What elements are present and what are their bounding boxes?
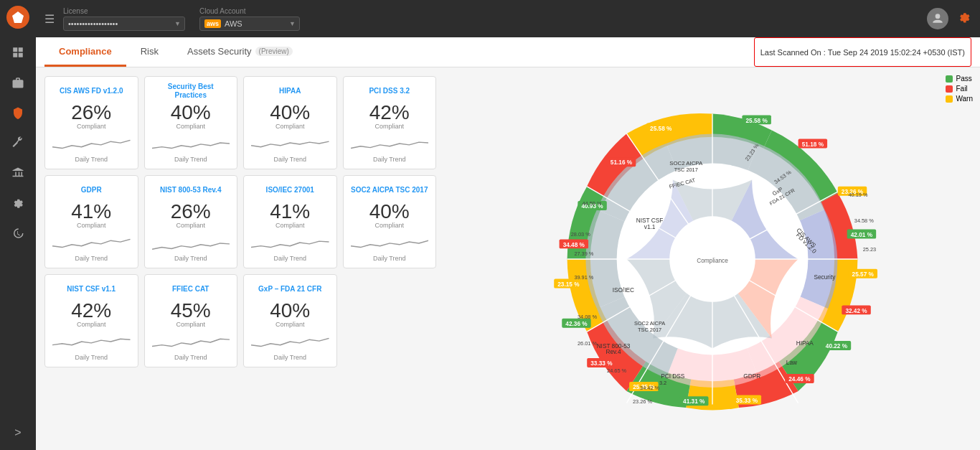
sidebar-item-briefcase[interactable] <box>4 69 32 96</box>
pct-text-10: 41.31 % <box>683 398 705 405</box>
card-security-best-title: Security Best Practices <box>152 83 230 100</box>
radial-bottom-3: 23.26 % <box>633 398 652 404</box>
last-scanned: Last Scanned On : Tue Sep 24 2019 15:02:… <box>754 37 971 67</box>
card-security-best-trend <box>152 133 230 154</box>
card-gxp-title: GxP – FDA 21 CFR <box>251 281 329 298</box>
label-soc2-outer2: TSC 2017 <box>674 166 698 172</box>
cloud-label: Cloud Account <box>199 7 300 15</box>
user-avatar[interactable] <box>927 8 948 29</box>
radial-left-1: 27.39 % <box>574 250 593 257</box>
card-ffiec-percent: 45% <box>152 301 230 321</box>
pct-text-8: 24.46 % <box>788 376 811 383</box>
radial-left-3: 34.08 % <box>578 313 597 319</box>
menu-icon[interactable]: ☰ <box>44 12 55 26</box>
aws-badge: aws <box>204 19 221 28</box>
tab-risk[interactable]: Risk <box>126 37 173 67</box>
sidebar-item-bank[interactable] <box>4 159 32 187</box>
pct-text-12: 33.33 % <box>590 360 613 367</box>
sidebar-item-history[interactable] <box>4 220 32 247</box>
sidebar-item-shield[interactable] <box>4 99 32 126</box>
card-iso-iec[interactable]: ISO/IEC 27001 41% Compliant Daily Trend <box>243 175 337 268</box>
license-section: License <box>63 7 185 31</box>
card-ffiec[interactable]: FFIEC CAT 45% Compliant Daily Trend <box>144 274 238 367</box>
pct-text-9: 35.33 % <box>736 397 758 403</box>
card-soc2-percent: 40% <box>351 202 429 222</box>
card-cis-aws[interactable]: CIS AWS FD v1.2.0 26% Compliant Daily Tr… <box>44 76 138 169</box>
radial-left-6: 44.59 % <box>582 200 601 206</box>
pct-text-18: 25.58 % <box>650 125 672 131</box>
card-pci-dss-trend-label: Daily Trend <box>351 156 429 163</box>
card-security-best[interactable]: Security Best Practices 40% Compliant Da… <box>144 76 238 169</box>
legend-fail-dot <box>946 85 953 93</box>
sidebar-item-dashboard[interactable] <box>4 39 32 66</box>
sidebar-item-settings[interactable] <box>4 189 32 217</box>
card-pci-dss-percent: 42% <box>351 103 429 123</box>
sidebar-item-wrench[interactable] <box>4 129 32 156</box>
sidebar: > <box>0 0 36 450</box>
content-split: CIS AWS FD v1.2.0 26% Compliant Daily Tr… <box>36 67 980 450</box>
pct-text-17: 51.16 % <box>611 159 633 166</box>
card-gdpr-label: Compliant <box>52 222 131 229</box>
card-hipaa-label: Compliant <box>251 123 329 130</box>
card-gxp[interactable]: GxP – FDA 21 CFR 40% Compliant Daily Tre… <box>243 274 337 367</box>
card-iso-iec-title: ISO/IEC 27001 <box>251 182 329 199</box>
card-hipaa-percent: 40% <box>251 103 329 123</box>
card-nist-800-trend-label: Daily Trend <box>152 255 230 262</box>
license-input[interactable] <box>63 17 185 31</box>
legend-warn-label: Warn <box>956 95 973 103</box>
cloud-value: AWS <box>225 19 242 28</box>
card-gdpr-percent: 41% <box>52 202 131 222</box>
card-ffiec-label: Compliant <box>152 321 230 328</box>
topbar: ☰ License Cloud Account aws AWS <box>36 0 980 37</box>
card-pci-dss-trend <box>351 133 429 154</box>
legend-fail-label: Fail <box>956 85 967 93</box>
label-pci-dss2: 3.2 <box>659 379 666 385</box>
card-nist-csf-trend-label: Daily Trend <box>52 354 131 361</box>
card-soc2-trend <box>351 232 429 253</box>
legend-warn: Warn <box>946 95 973 103</box>
legend-pass-label: Pass <box>956 75 971 83</box>
card-nist-csf-trend <box>52 331 131 352</box>
legend: Pass Fail Warn <box>946 75 973 103</box>
card-cis-aws-trend <box>52 133 131 154</box>
card-nist-800[interactable]: NIST 800-53 Rev.4 26% Compliant Daily Tr… <box>144 175 238 268</box>
tab-assets[interactable]: Assets Security (Preview) <box>173 37 307 67</box>
cloud-select-wrap[interactable]: aws AWS <box>199 17 300 31</box>
card-nist-csf[interactable]: NIST CSF v1.1 42% Compliant Daily Trend <box>44 274 138 367</box>
label-nist-csf2: v1.1 <box>644 223 656 230</box>
legend-pass: Pass <box>946 75 973 83</box>
card-iso-iec-percent: 41% <box>251 202 329 222</box>
card-pci-dss-label: Compliant <box>351 123 429 130</box>
card-gxp-percent: 40% <box>251 301 329 321</box>
cards-grid: CIS AWS FD v1.2.0 26% Compliant Daily Tr… <box>44 76 436 367</box>
sidebar-expand-button[interactable]: > <box>4 421 32 444</box>
card-pci-dss[interactable]: PCI DSS 3.2 42% Compliant Daily Trend <box>343 76 437 169</box>
donut-svg: 25.58 % 51.18 % 23.26 % 42.01 % 25.57 % … <box>547 94 877 424</box>
pct-text-6: 32.42 % <box>845 307 867 314</box>
svg-marker-0 <box>12 11 24 23</box>
chart-area: Pass Fail Warn <box>445 67 980 450</box>
card-soc2[interactable]: SOC2 AICPA TSC 2017 40% Compliant Daily … <box>343 175 437 268</box>
card-gdpr[interactable]: GDPR 41% Compliant Daily Trend <box>44 175 138 268</box>
pct-text-4: 42.01 % <box>851 231 873 238</box>
pct-text-2: 51.18 % <box>802 141 824 147</box>
radial-left-2: 28.03 % <box>571 230 590 237</box>
pct-text-7: 40.22 % <box>826 343 848 350</box>
card-hipaa-trend-label: Daily Trend <box>251 156 329 163</box>
card-gdpr-title: GDPR <box>52 182 131 199</box>
radial-left-4: 26.01 % <box>578 339 597 346</box>
card-soc2-trend-label: Daily Trend <box>351 255 429 262</box>
app-logo[interactable] <box>6 6 29 29</box>
card-cis-aws-label: Compliant <box>52 123 131 130</box>
tab-compliance[interactable]: Compliance <box>44 37 126 67</box>
topbar-settings-icon[interactable] <box>957 10 971 27</box>
radial-bottom-2: 24.65 % <box>607 367 626 374</box>
label-law: Law <box>786 360 797 366</box>
cloud-section: Cloud Account aws AWS <box>199 7 300 31</box>
label-iso-iec: ISO/IEC <box>613 287 634 294</box>
card-hipaa[interactable]: HIPAA 40% Compliant Daily Trend <box>243 76 337 169</box>
card-cis-aws-percent: 26% <box>52 103 131 123</box>
card-soc2-title: SOC2 AICPA TSC 2017 <box>351 182 429 199</box>
card-nist-csf-percent: 42% <box>52 301 131 321</box>
card-ffiec-trend <box>152 331 230 352</box>
